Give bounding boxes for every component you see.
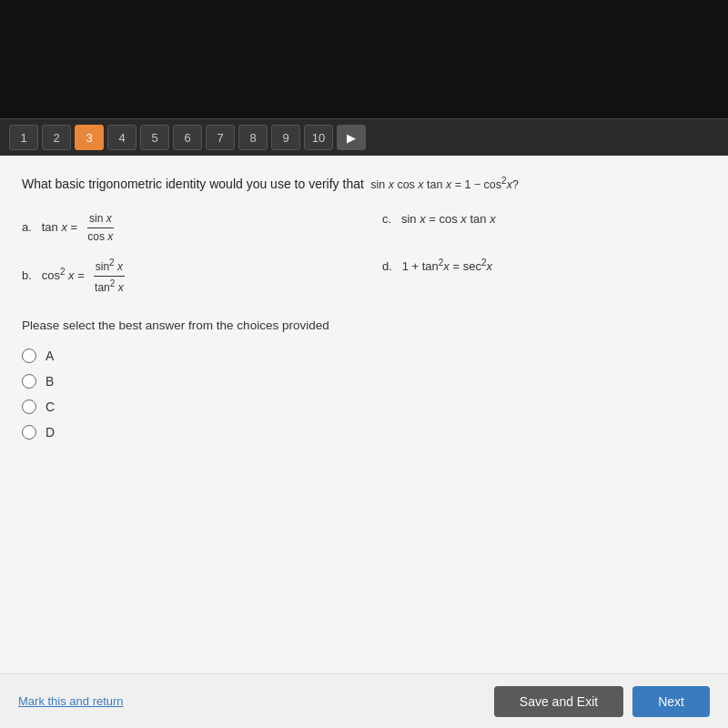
nav-btn-1[interactable]: 1 [9, 125, 38, 150]
question-text: What basic trigonometric identity would … [22, 174, 706, 194]
radio-label-d: D [46, 425, 55, 440]
nav-btn-6[interactable]: 6 [173, 125, 202, 150]
nav-btn-10[interactable]: 10 [304, 125, 333, 150]
choice-a: a. tan x = sin x cos x [22, 210, 346, 246]
next-button[interactable]: Next [632, 686, 710, 717]
nav-btn-9[interactable]: 9 [271, 125, 300, 150]
save-exit-button[interactable]: Save and Exit [494, 686, 623, 717]
radio-label-b: B [46, 374, 54, 389]
choice-b: b. cos2 x = sin2 x tan2 x [22, 256, 346, 297]
choice-d: d. 1 + tan2x = sec2x [382, 256, 706, 297]
top-black-area [0, 0, 728, 118]
nav-btn-8[interactable]: 8 [238, 125, 268, 150]
footer-right: Save and Exit Next [494, 686, 710, 717]
question-prefix: What basic trigonometric identity would … [22, 177, 364, 191]
radio-circle-a[interactable] [22, 349, 36, 363]
nav-btn-7[interactable]: 7 [206, 125, 235, 150]
radio-group: A B C D [22, 349, 706, 440]
nav-btn-3[interactable]: 3 [75, 125, 104, 150]
instruction-text: Please select the best answer from the c… [22, 318, 706, 332]
main-content: What basic trigonometric identity would … [0, 156, 728, 673]
radio-label-a: A [46, 349, 54, 363]
question-equation: sin x cos x tan x = 1 − cos2x? [368, 178, 519, 191]
footer: Mark this and return Save and Exit Next [0, 673, 728, 728]
nav-btn-forward[interactable]: ▶ [337, 125, 366, 150]
nav-btn-2[interactable]: 2 [42, 125, 71, 150]
radio-label-c: C [46, 399, 55, 414]
question-nav-bar: 1 2 3 4 5 6 7 8 9 10 ▶ [0, 118, 728, 156]
mark-return-link[interactable]: Mark this and return [18, 694, 124, 708]
nav-btn-5[interactable]: 5 [140, 125, 169, 150]
radio-circle-d[interactable] [22, 425, 36, 440]
radio-circle-c[interactable] [22, 399, 36, 414]
nav-btn-4[interactable]: 4 [107, 125, 136, 150]
radio-option-b[interactable]: B [22, 374, 706, 389]
radio-circle-b[interactable] [22, 374, 36, 389]
choice-c: c. sin x = cos x tan x [382, 210, 706, 246]
radio-option-c[interactable]: C [22, 399, 706, 414]
radio-option-d[interactable]: D [22, 425, 706, 440]
choices-grid: a. tan x = sin x cos x c. sin x = cos x … [22, 210, 706, 297]
radio-option-a[interactable]: A [22, 349, 706, 363]
